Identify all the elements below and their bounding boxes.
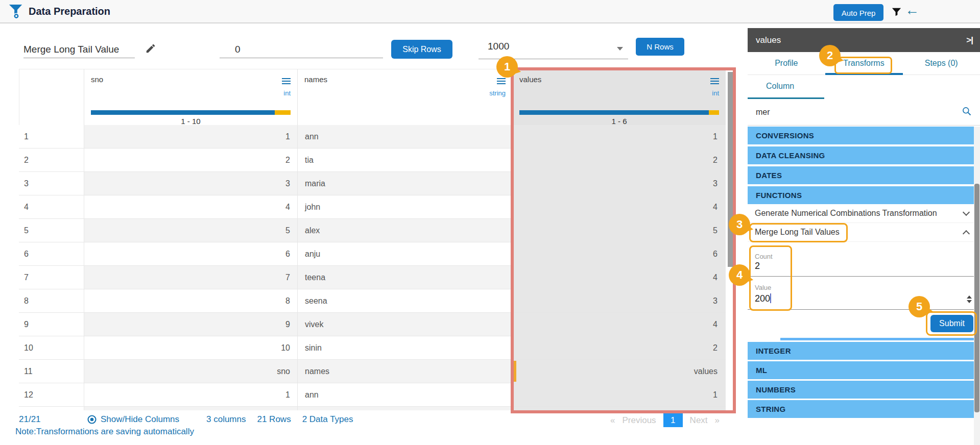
cell-sno[interactable]: 6 xyxy=(84,242,297,266)
table-row[interactable]: 44john4 xyxy=(19,195,726,219)
chevron-down-icon[interactable] xyxy=(963,209,970,216)
cell-values[interactable]: 2 xyxy=(512,336,726,360)
pagination-next[interactable]: Next xyxy=(690,415,708,426)
cell-names[interactable]: alex xyxy=(297,219,512,242)
cell-values[interactable]: 6 xyxy=(512,242,726,266)
category-ml[interactable]: ML xyxy=(748,361,980,379)
cell-sno[interactable]: 1 xyxy=(84,383,297,407)
cell-values[interactable]: values xyxy=(512,360,726,383)
table-row[interactable]: 11ann1 xyxy=(19,125,726,149)
cell-names[interactable]: maria xyxy=(297,172,512,195)
dataset-name-input[interactable] xyxy=(23,41,135,58)
search-icon[interactable] xyxy=(962,106,972,118)
cell-values[interactable]: 4 xyxy=(512,195,726,219)
category-data-cleansing[interactable]: DATA CLEANSING xyxy=(748,146,980,164)
cell-values[interactable]: 4 xyxy=(512,266,726,289)
tab-column[interactable]: Column xyxy=(766,82,794,91)
spinner-up-icon[interactable] xyxy=(967,295,972,299)
column-menu-icon[interactable] xyxy=(710,77,719,86)
cell-sno[interactable]: 7 xyxy=(84,266,297,289)
cell-values[interactable]: 5 xyxy=(512,219,726,242)
cell-sno[interactable]: 2 xyxy=(84,149,297,172)
table-row[interactable]: 33maria3 xyxy=(19,172,726,195)
cell-names[interactable]: seena xyxy=(297,289,512,313)
cell-names[interactable]: john xyxy=(297,195,512,219)
cell-names[interactable]: teena xyxy=(297,266,512,289)
category-numbers[interactable]: NUMBERS xyxy=(748,381,980,399)
table-row[interactable]: 66anju6 xyxy=(19,242,726,266)
tab-profile[interactable]: Profile xyxy=(748,52,825,75)
tab-transforms[interactable]: Transforms xyxy=(825,52,903,75)
table-vertical-scrollbar[interactable] xyxy=(728,72,733,267)
cell-sno[interactable]: sno xyxy=(84,360,297,383)
pagination-previous[interactable]: Previous xyxy=(622,415,656,426)
category-string[interactable]: STRING xyxy=(748,400,980,418)
collapse-panel-icon[interactable]: >| xyxy=(966,28,973,52)
pagination-prev-arrow[interactable]: « xyxy=(610,415,615,426)
cell-values[interactable]: 4 xyxy=(512,313,726,336)
table-row[interactable]: 1010sinin2 xyxy=(19,336,726,360)
column-header-values[interactable]: valuesint1 - 6 xyxy=(512,69,726,126)
cell-names[interactable]: ann xyxy=(297,125,512,149)
edit-pencil-icon[interactable] xyxy=(145,43,156,56)
transform-search-input[interactable] xyxy=(755,105,959,120)
cell-values[interactable]: 1 xyxy=(512,125,726,149)
cell-names[interactable]: sinin xyxy=(297,336,512,360)
table-row[interactable]: 99vivek4 xyxy=(19,313,726,336)
transform-item-merge-long-tail-values[interactable]: Merge Long Tail Values xyxy=(748,223,980,242)
cell-names[interactable]: names xyxy=(297,360,512,383)
column-menu-icon[interactable] xyxy=(282,77,291,86)
table-row[interactable]: 77teena4 xyxy=(19,266,726,289)
count-field-value[interactable]: 2 xyxy=(755,261,760,271)
category-dates[interactable]: DATES xyxy=(748,166,980,184)
n-rows-select[interactable]: 1000 xyxy=(479,39,628,59)
table-row[interactable]: 22tia2 xyxy=(19,149,726,172)
submit-button[interactable]: Submit xyxy=(930,315,973,332)
column-type-label: int xyxy=(710,89,719,97)
skip-rows-button[interactable]: Skip Rows xyxy=(391,40,452,59)
table-row[interactable]: 121ann1 xyxy=(19,383,726,407)
column-header-names[interactable]: namesstring xyxy=(297,69,512,126)
cell-names[interactable]: ann xyxy=(297,383,512,407)
auto-prep-button[interactable]: Auto Prep xyxy=(833,4,883,21)
table-row[interactable]: 88seena3 xyxy=(19,289,726,313)
column-header-label: values xyxy=(519,75,541,84)
table-row[interactable]: 55alex5 xyxy=(19,219,726,242)
chevron-up-icon[interactable] xyxy=(963,230,970,237)
show-hide-columns-link[interactable]: Show/Hide Columns xyxy=(101,414,179,425)
back-arrow-icon[interactable]: ← xyxy=(905,2,919,18)
cell-sno[interactable]: 8 xyxy=(84,289,297,313)
filter-icon[interactable] xyxy=(891,6,902,20)
sidebar-scrollbar-thumb[interactable] xyxy=(974,184,979,412)
cell-sno[interactable]: 4 xyxy=(84,195,297,219)
show-hide-eye-icon[interactable] xyxy=(87,414,97,427)
tab-steps-0[interactable]: Steps (0) xyxy=(902,52,980,75)
cell-values[interactable]: 3 xyxy=(512,289,726,313)
cell-sno[interactable]: 9 xyxy=(84,313,297,336)
cell-values[interactable]: 1 xyxy=(512,383,726,407)
skip-rows-input[interactable] xyxy=(220,41,383,58)
value-field-value[interactable]: 200 xyxy=(755,293,771,304)
category-functions[interactable]: FUNCTIONS xyxy=(748,186,980,204)
pagination-page-1[interactable]: 1 xyxy=(663,413,683,427)
category-integer[interactable]: INTEGER xyxy=(748,342,980,360)
cell-sno[interactable]: 1 xyxy=(84,125,297,149)
cell-names[interactable]: tia xyxy=(297,149,512,172)
n-rows-button[interactable]: N Rows xyxy=(636,38,684,56)
category-conversions[interactable]: CONVERSIONS xyxy=(748,127,980,144)
cell-names[interactable]: anju xyxy=(297,242,512,266)
column-menu-icon[interactable] xyxy=(497,77,506,86)
transform-item-generate-numerical-combinations-transformation[interactable]: Generate Numerical Combinations Transfor… xyxy=(748,204,980,223)
spinner-down-icon[interactable] xyxy=(967,300,972,303)
pagination-next-arrow[interactable]: » xyxy=(715,415,720,426)
column-header-sno[interactable]: snoint1 - 10 xyxy=(84,69,297,126)
cell-sno[interactable]: 10 xyxy=(84,336,297,360)
cell-values[interactable]: 2 xyxy=(512,149,726,172)
transform-list: Generate Numerical Combinations Transfor… xyxy=(748,204,980,242)
cell-sno[interactable]: 3 xyxy=(84,172,297,195)
cell-values[interactable]: 3 xyxy=(512,172,726,195)
cell-sno[interactable]: 5 xyxy=(84,219,297,242)
table-row[interactable]: 11snonamesvalues xyxy=(19,360,726,383)
number-spinner[interactable] xyxy=(967,295,972,303)
cell-names[interactable]: vivek xyxy=(297,313,512,336)
